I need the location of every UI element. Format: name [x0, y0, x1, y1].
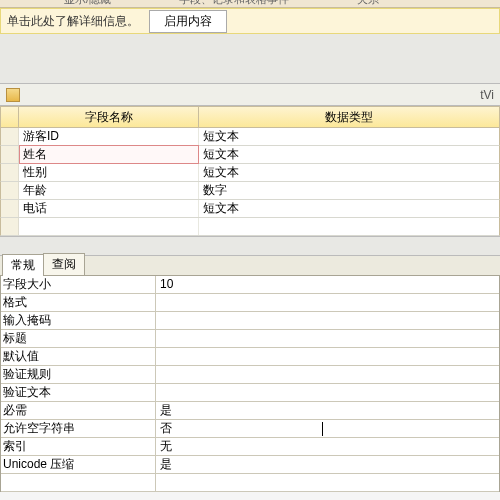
field-name-cell[interactable]: 姓名 [19, 145, 199, 164]
prop-label: 验证规则 [1, 366, 156, 383]
data-type-cell[interactable]: 数字 [199, 182, 499, 199]
ribbon-label-1: 显示/隐藏 [60, 0, 115, 7]
tab-lookup[interactable]: 查阅 [43, 253, 85, 275]
row-selector[interactable] [1, 218, 19, 235]
row-selector[interactable] [1, 128, 19, 145]
object-tab-name[interactable]: tVi [480, 88, 494, 102]
data-type-cell[interactable] [199, 218, 499, 235]
enable-content-button[interactable]: 启用内容 [149, 10, 227, 33]
field-row[interactable]: 电话 短文本 [0, 200, 500, 218]
row-selector[interactable] [1, 146, 19, 163]
data-type-cell[interactable]: 短文本 [199, 164, 499, 181]
field-row[interactable] [0, 218, 500, 236]
prop-value[interactable] [156, 348, 499, 365]
data-type-cell[interactable]: 短文本 [199, 146, 499, 163]
prop-value[interactable]: 是 [156, 402, 499, 419]
prop-label: Unicode 压缩 [1, 456, 156, 473]
prop-value[interactable] [156, 366, 499, 383]
prop-label: 允许空字符串 [1, 420, 156, 437]
field-name-cell[interactable] [19, 218, 199, 235]
prop-value[interactable]: 无 [156, 438, 499, 455]
data-type-cell[interactable]: 短文本 [199, 200, 499, 217]
field-row[interactable]: 性别 短文本 [0, 164, 500, 182]
field-name-cell[interactable]: 游客ID [19, 128, 199, 145]
row-selector[interactable] [1, 164, 19, 181]
ribbon-label-3: 关系 [353, 0, 383, 7]
row-selector[interactable] [1, 182, 19, 199]
tab-general[interactable]: 常规 [2, 254, 44, 276]
object-tab-bar: tVi [0, 84, 500, 106]
security-warning-bar: 单击此处了解详细信息。 启用内容 [0, 8, 500, 34]
prop-label: 验证文本 [1, 384, 156, 401]
field-row[interactable]: 年龄 数字 [0, 182, 500, 200]
data-type-cell[interactable]: 短文本 [199, 128, 499, 145]
field-row[interactable]: 姓名 短文本 [0, 146, 500, 164]
field-row[interactable]: 游客ID 短文本 [0, 128, 500, 146]
prop-value[interactable]: 是 [156, 456, 499, 473]
ribbon-pane [0, 34, 500, 84]
prop-label: 输入掩码 [1, 312, 156, 329]
prop-label: 格式 [1, 294, 156, 311]
prop-label [1, 474, 156, 491]
security-details-link[interactable]: 单击此处了解详细信息。 [7, 13, 139, 30]
row-selector-header[interactable] [1, 107, 19, 127]
prop-label: 标题 [1, 330, 156, 347]
prop-value[interactable] [156, 312, 499, 329]
prop-label: 必需 [1, 402, 156, 419]
field-design-grid: 字段名称 数据类型 游客ID 短文本 姓名 短文本 性别 短文本 年龄 数字 电… [0, 106, 500, 236]
prop-value[interactable]: 否 [156, 420, 499, 437]
row-selector[interactable] [1, 200, 19, 217]
ribbon-group-labels: 显示/隐藏 字段、记录和表格事件 关系 [0, 0, 500, 8]
prop-value[interactable] [156, 294, 499, 311]
prop-value[interactable] [156, 330, 499, 347]
field-name-cell[interactable]: 性别 [19, 164, 199, 181]
property-sheet: 字段大小10 格式 输入掩码 标题 默认值 验证规则 验证文本 必需是 允许空字… [0, 276, 500, 492]
text-cursor [322, 422, 323, 436]
prop-label: 索引 [1, 438, 156, 455]
field-name-cell[interactable]: 年龄 [19, 182, 199, 199]
table-icon [6, 88, 20, 102]
ribbon-label-2: 字段、记录和表格事件 [175, 0, 293, 7]
prop-label: 字段大小 [1, 276, 156, 293]
grid-header-row: 字段名称 数据类型 [0, 106, 500, 128]
prop-value[interactable]: 10 [156, 276, 499, 293]
property-tabs: 常规 查阅 [0, 256, 500, 276]
prop-value[interactable] [156, 474, 499, 491]
field-name-cell[interactable]: 电话 [19, 200, 199, 217]
data-type-header: 数据类型 [199, 107, 499, 127]
prop-value[interactable] [156, 384, 499, 401]
prop-label: 默认值 [1, 348, 156, 365]
field-name-header: 字段名称 [19, 107, 199, 127]
